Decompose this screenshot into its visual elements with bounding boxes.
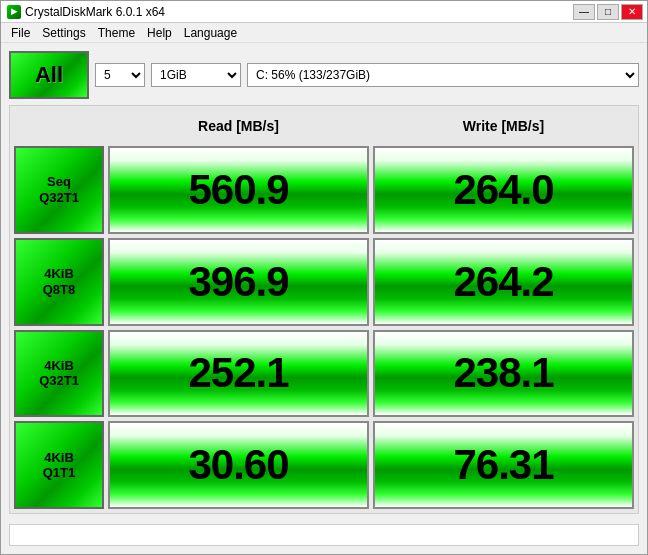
- read-4kib-q32t1: 252.1: [108, 330, 369, 418]
- header-empty: [14, 110, 104, 142]
- close-button[interactable]: ✕: [621, 4, 643, 20]
- benchmark-grid: Read [MB/s] Write [MB/s] SeqQ32T1 560.9 …: [9, 105, 639, 514]
- menu-help[interactable]: Help: [141, 24, 178, 42]
- title-bar-left: ▶ CrystalDiskMark 6.0.1 x64: [7, 5, 165, 19]
- main-window: ▶ CrystalDiskMark 6.0.1 x64 — □ ✕ File S…: [0, 0, 648, 555]
- row-label-seq-q32t1: SeqQ32T1: [14, 146, 104, 234]
- maximize-button[interactable]: □: [597, 4, 619, 20]
- write-seq-q32t1: 264.0: [373, 146, 634, 234]
- write-4kib-q8t8: 264.2: [373, 238, 634, 326]
- menu-settings[interactable]: Settings: [36, 24, 91, 42]
- menu-bar: File Settings Theme Help Language: [1, 23, 647, 43]
- controls-row: All 1 3 5 10 512MiB 1GiB 2GiB 4GiB C: 56…: [9, 51, 639, 99]
- menu-file[interactable]: File: [5, 24, 36, 42]
- row-label-4kib-q32t1: 4KiBQ32T1: [14, 330, 104, 418]
- write-4kib-q32t1: 238.1: [373, 330, 634, 418]
- row-label-4kib-q1t1: 4KiBQ1T1: [14, 421, 104, 509]
- read-4kib-q8t8: 396.9: [108, 238, 369, 326]
- read-header: Read [MB/s]: [108, 110, 369, 142]
- all-button[interactable]: All: [9, 51, 89, 99]
- status-bar: [9, 524, 639, 546]
- title-controls: — □ ✕: [573, 4, 643, 20]
- read-4kib-q1t1: 30.60: [108, 421, 369, 509]
- title-bar: ▶ CrystalDiskMark 6.0.1 x64 — □ ✕: [1, 1, 647, 23]
- menu-theme[interactable]: Theme: [92, 24, 141, 42]
- app-icon: ▶: [7, 5, 21, 19]
- drive-select[interactable]: C: 56% (133/237GiB): [247, 63, 639, 87]
- window-title: CrystalDiskMark 6.0.1 x64: [25, 5, 165, 19]
- runs-select[interactable]: 1 3 5 10: [95, 63, 145, 87]
- size-select[interactable]: 512MiB 1GiB 2GiB 4GiB: [151, 63, 241, 87]
- write-4kib-q1t1: 76.31: [373, 421, 634, 509]
- main-content: All 1 3 5 10 512MiB 1GiB 2GiB 4GiB C: 56…: [1, 43, 647, 554]
- menu-language[interactable]: Language: [178, 24, 243, 42]
- minimize-button[interactable]: —: [573, 4, 595, 20]
- write-header: Write [MB/s]: [373, 110, 634, 142]
- read-seq-q32t1: 560.9: [108, 146, 369, 234]
- row-label-4kib-q8t8: 4KiBQ8T8: [14, 238, 104, 326]
